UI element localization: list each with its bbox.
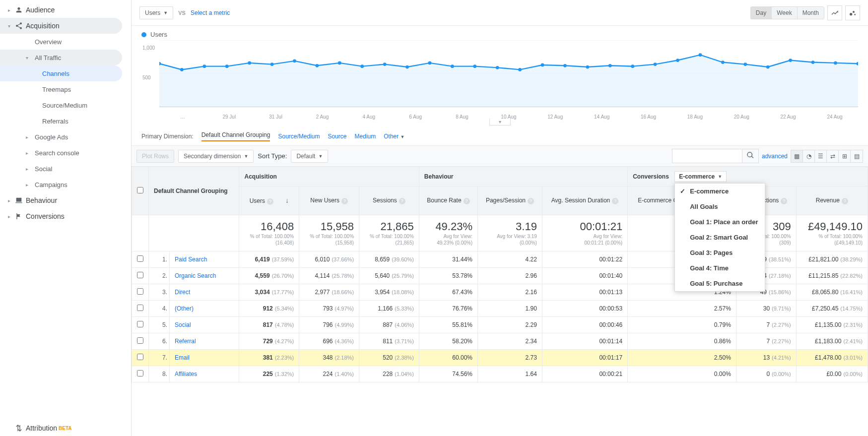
dd-item-ecommerce[interactable]: E-commerce: [675, 184, 765, 199]
svg-point-16: [405, 65, 409, 69]
col-new-users[interactable]: New Users?: [299, 187, 359, 215]
advanced-link[interactable]: advanced: [762, 153, 788, 160]
row-checkbox[interactable]: [137, 321, 143, 327]
nav-overview[interactable]: Overview: [0, 34, 131, 50]
dim-other[interactable]: Other ▼: [384, 133, 404, 140]
col-rev[interactable]: Revenue?: [796, 187, 868, 215]
nav-label: Acquisition: [26, 22, 60, 30]
dd-item-goal1[interactable]: Goal 1: Place an order: [675, 214, 765, 230]
search-button[interactable]: [742, 149, 758, 163]
row-checkbox-cell[interactable]: [132, 301, 149, 317]
dim-current[interactable]: Default Channel Grouping: [201, 131, 270, 141]
row-checkbox-cell[interactable]: [132, 268, 149, 284]
search-input[interactable]: [672, 149, 742, 163]
nav-all-traffic[interactable]: ▾All Traffic: [0, 50, 122, 65]
channel-link[interactable]: Organic Search: [175, 272, 216, 279]
secondary-dimension-button[interactable]: Secondary dimension ▼: [178, 150, 254, 163]
row-checkbox[interactable]: [137, 305, 143, 311]
motion-chart-icon[interactable]: [845, 5, 860, 20]
nav-treemaps[interactable]: Treemaps: [0, 81, 131, 97]
select-metric-link[interactable]: Select a metric: [191, 9, 230, 16]
help-icon[interactable]: ?: [842, 198, 848, 204]
dd-item-goal4[interactable]: Goal 4: Time: [675, 260, 765, 276]
term-cloud-view-icon[interactable]: ⊞: [839, 150, 851, 162]
nav-campaigns[interactable]: ▸Campaigns: [0, 177, 131, 192]
nav-source-medium[interactable]: Source/Medium: [0, 97, 131, 113]
col-sessions[interactable]: Sessions?: [359, 187, 419, 215]
channel-link[interactable]: Email: [175, 354, 190, 361]
svg-point-26: [631, 64, 634, 68]
line-chart[interactable]: 1,000 500 …29 Jul31 Jul2 Aug4 Aug6 Aug8 …: [141, 40, 858, 120]
svg-point-0: [850, 13, 852, 15]
row-checkbox[interactable]: [137, 370, 143, 376]
bar-view-icon[interactable]: ☰: [815, 150, 827, 162]
nav-attribution[interactable]: Attribution BETA: [0, 420, 131, 436]
channel-link[interactable]: Referral: [175, 338, 196, 345]
day-button[interactable]: Day: [750, 6, 771, 19]
help-icon[interactable]: ?: [781, 198, 787, 204]
conversions-dd-button[interactable]: E-commerce ▼: [674, 171, 727, 182]
chevron-down-icon: ▼: [163, 10, 168, 15]
select-all-checkbox[interactable]: [137, 187, 143, 193]
svg-point-23: [563, 64, 567, 67]
svg-point-28: [676, 59, 679, 62]
dd-item-goal3[interactable]: Goal 3: Pages: [675, 245, 765, 260]
channel-link[interactable]: Paid Search: [175, 256, 207, 263]
col-users[interactable]: Users?↓: [239, 187, 299, 215]
nav-referrals[interactable]: Referrals: [0, 113, 131, 129]
help-icon[interactable]: ?: [612, 198, 618, 204]
dim-medium[interactable]: Medium: [355, 133, 376, 140]
col-bounce[interactable]: Bounce Rate?: [419, 187, 477, 215]
nav-acquisition[interactable]: ▾ Acquisition: [0, 18, 122, 34]
col-asd[interactable]: Avg. Session Duration?: [542, 187, 627, 215]
nav-audience[interactable]: ▸ Audience: [0, 2, 131, 18]
conversions-dropdown[interactable]: E-commerce ▼ E-commerce All Goals Goal 1…: [674, 171, 727, 182]
help-icon[interactable]: ?: [399, 198, 405, 204]
dcg-header[interactable]: Default Channel Grouping: [149, 167, 239, 215]
channel-link[interactable]: Affiliates: [175, 371, 197, 377]
table-view-icon[interactable]: ▦: [791, 150, 803, 162]
dim-source[interactable]: Source: [328, 133, 347, 140]
nav-behaviour[interactable]: ▸ Behaviour: [0, 192, 131, 208]
person-icon: [15, 6, 26, 14]
plot-rows-button[interactable]: Plot Rows: [136, 150, 174, 163]
row-checkbox-cell[interactable]: [132, 333, 149, 350]
col-pps[interactable]: Pages/Session?: [478, 187, 542, 215]
select-all-header[interactable]: [132, 167, 149, 215]
pie-view-icon[interactable]: ◔: [803, 150, 815, 162]
row-checkbox-cell[interactable]: [132, 317, 149, 333]
row-checkbox[interactable]: [137, 354, 143, 360]
comparison-view-icon[interactable]: ⇄: [827, 150, 839, 162]
help-icon[interactable]: ?: [464, 198, 470, 204]
line-chart-icon[interactable]: [827, 5, 842, 20]
dd-item-all-goals[interactable]: All Goals: [675, 199, 765, 214]
row-checkbox[interactable]: [137, 255, 143, 262]
row-checkbox[interactable]: [137, 337, 143, 344]
nav-social[interactable]: ▸Social: [0, 161, 131, 177]
row-checkbox-cell[interactable]: [132, 350, 149, 366]
week-button[interactable]: Week: [771, 6, 797, 19]
channel-link[interactable]: Social: [175, 321, 191, 328]
help-icon[interactable]: ?: [267, 198, 273, 205]
row-checkbox-cell[interactable]: [132, 366, 149, 382]
row-checkbox-cell[interactable]: [132, 251, 149, 268]
metric-selector[interactable]: Users▼: [139, 6, 173, 19]
dim-source-medium[interactable]: Source/Medium: [278, 133, 320, 140]
nav-channels[interactable]: Channels: [0, 65, 122, 81]
channel-link[interactable]: (Other): [175, 305, 194, 312]
row-checkbox[interactable]: [137, 288, 143, 295]
help-icon[interactable]: ?: [341, 198, 348, 204]
row-checkbox-cell[interactable]: [132, 284, 149, 301]
chart-svg: [159, 40, 858, 107]
dd-item-goal2[interactable]: Goal 2: Smart Goal: [675, 230, 765, 245]
channel-link[interactable]: Direct: [175, 289, 190, 296]
dd-item-goal5[interactable]: Goal 5: Purchase: [675, 276, 765, 291]
row-checkbox[interactable]: [137, 272, 143, 278]
nav-search-console[interactable]: ▸Search console: [0, 145, 131, 161]
nav-google-ads[interactable]: ▸Google Ads: [0, 129, 131, 145]
month-button[interactable]: Month: [797, 6, 824, 19]
nav-conversions[interactable]: ▸ Conversions: [0, 208, 131, 224]
help-icon[interactable]: ?: [528, 198, 534, 204]
sort-type-button[interactable]: Default ▼: [291, 150, 328, 163]
pivot-view-icon[interactable]: ▤: [851, 150, 863, 162]
